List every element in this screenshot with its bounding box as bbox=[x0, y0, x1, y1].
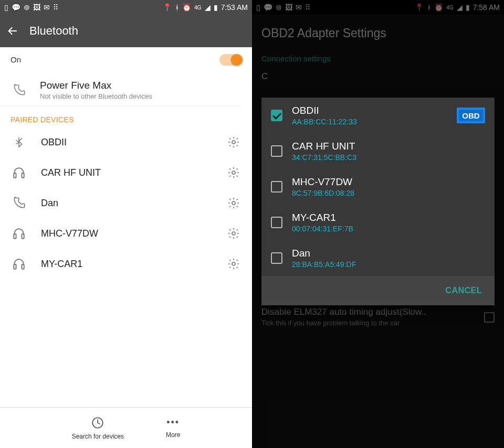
device-settings-button[interactable] bbox=[226, 256, 242, 272]
paired-device-label: Dan bbox=[41, 198, 212, 209]
more-label: More bbox=[166, 431, 180, 439]
status-icons-left: ▯ 💬 ⊚ 🖼 ✉ ⠿ bbox=[4, 3, 58, 12]
page-title: Bluetooth bbox=[29, 24, 78, 38]
search-devices-label: Search for devices bbox=[72, 433, 124, 440]
obd-icon: ⊚ bbox=[24, 3, 30, 12]
my-device-row: Power Five Max Not visible to other Blue… bbox=[0, 72, 242, 106]
device-settings-button[interactable] bbox=[226, 195, 242, 211]
more-button[interactable]: ••• More bbox=[166, 417, 180, 439]
device-option-row[interactable]: Dan28:BA:B5:A5:49:DF bbox=[261, 240, 495, 276]
device-option-mac: 00:07:04:31:EF:7B bbox=[292, 225, 485, 233]
obd2-settings-screen: ▯ 💬 ⊚ 🖼 ✉ ⠿ 📍 ᚼ ⏰ 4G ◢ ▮ 7:58 AM OBD2 Ad… bbox=[252, 0, 504, 448]
device-picker-list: OBDIIAA:BB:CC:11:22:33OBDCAR HF UNIT34:C… bbox=[261, 98, 495, 276]
paired-device-row[interactable]: OBDII bbox=[0, 127, 252, 157]
device-option-checkbox[interactable] bbox=[271, 217, 282, 228]
svg-point-10 bbox=[232, 262, 235, 265]
location-icon: 📍 bbox=[163, 3, 172, 12]
status-bar: ▯ 💬 ⊚ 🖼 ✉ ⠿ 📍 ᚼ ⏰ 4G ◢ ▮ 7:53 AM bbox=[0, 0, 252, 15]
paired-device-row[interactable]: Dan bbox=[0, 188, 252, 218]
my-device-subtitle: Not visible to other Bluetooth devices bbox=[40, 92, 152, 100]
device-settings-button[interactable] bbox=[226, 165, 242, 180]
apps-icon: ⠿ bbox=[53, 3, 58, 12]
device-option-row[interactable]: MHC-V77DW8C:57:9B:6D:08:28 bbox=[261, 169, 495, 205]
device-picker-dialog: OBDIIAA:BB:CC:11:22:33OBDCAR HF UNIT34:C… bbox=[261, 98, 495, 305]
paired-device-label: CAR HF UNIT bbox=[41, 167, 212, 178]
headphones-icon bbox=[10, 166, 27, 179]
svg-rect-6 bbox=[22, 234, 24, 239]
more-icon: ••• bbox=[166, 417, 180, 428]
search-icon bbox=[91, 416, 104, 430]
notification-icon: ▯ bbox=[4, 3, 8, 12]
status-time: 7:53 AM bbox=[221, 3, 248, 12]
search-devices-button[interactable]: Search for devices bbox=[72, 416, 124, 440]
message-icon: 💬 bbox=[12, 3, 20, 12]
svg-point-0 bbox=[232, 141, 235, 144]
bottom-bar: Search for devices ••• More bbox=[0, 407, 252, 448]
device-option-checkbox[interactable] bbox=[271, 110, 282, 121]
alarm-icon: ⏰ bbox=[182, 3, 191, 12]
svg-point-7 bbox=[232, 232, 235, 235]
device-option-checkbox[interactable] bbox=[271, 252, 282, 264]
gear-icon bbox=[227, 136, 240, 148]
mail-icon: ✉ bbox=[44, 3, 50, 12]
obd-badge: OBD bbox=[457, 108, 485, 123]
bluetooth-settings-screen: ▯ 💬 ⊚ 🖼 ✉ ⠿ 📍 ᚼ ⏰ 4G ◢ ▮ 7:53 AM Bluetoo bbox=[0, 0, 252, 448]
my-device-name: Power Five Max bbox=[40, 80, 152, 91]
svg-rect-5 bbox=[14, 234, 16, 239]
device-option-name: MHC-V77DW bbox=[292, 176, 485, 188]
image-icon: 🖼 bbox=[33, 3, 40, 12]
phone-icon bbox=[10, 196, 27, 210]
paired-device-row[interactable]: CAR HF UNIT bbox=[0, 157, 252, 188]
signal-icon: ◢ bbox=[205, 3, 211, 12]
phone-icon bbox=[10, 83, 27, 97]
device-option-checkbox[interactable] bbox=[271, 181, 282, 193]
device-option-row[interactable]: MY-CAR100:07:04:31:EF:7B bbox=[261, 205, 495, 240]
network-icon: 4G bbox=[194, 5, 201, 10]
paired-devices-list: OBDIICAR HF UNITDanMHC-V77DWMY-CAR1 bbox=[0, 127, 252, 279]
cancel-button[interactable]: CANCEL bbox=[445, 286, 482, 295]
app-bar: Bluetooth bbox=[0, 15, 252, 47]
svg-point-4 bbox=[232, 201, 235, 205]
device-option-name: OBDII bbox=[292, 105, 447, 116]
battery-icon: ▮ bbox=[214, 3, 218, 12]
device-option-row[interactable]: CAR HF UNIT34:C7:31:5C:BB:C3 bbox=[261, 133, 495, 169]
gear-icon bbox=[227, 166, 240, 179]
bluetooth-icon bbox=[10, 135, 27, 149]
device-option-name: Dan bbox=[292, 248, 485, 259]
svg-point-3 bbox=[232, 171, 235, 174]
device-option-mac: 34:C7:31:5C:BB:C3 bbox=[292, 153, 485, 162]
paired-device-label: OBDII bbox=[41, 137, 212, 148]
bluetooth-icon: ᚼ bbox=[175, 3, 179, 12]
svg-line-13 bbox=[98, 423, 100, 424]
device-option-row[interactable]: OBDIIAA:BB:CC:11:22:33OBD bbox=[261, 98, 495, 133]
paired-devices-header: PAIRED DEVICES bbox=[0, 106, 252, 127]
gear-icon bbox=[227, 197, 240, 209]
device-option-mac: AA:BB:CC:11:22:33 bbox=[292, 118, 447, 126]
gear-icon bbox=[227, 258, 240, 270]
dialog-actions: CANCEL bbox=[261, 276, 495, 305]
svg-rect-9 bbox=[22, 264, 24, 269]
device-option-name: MY-CAR1 bbox=[292, 212, 485, 223]
device-option-mac: 28:BA:B5:A5:49:DF bbox=[292, 260, 485, 269]
device-settings-button[interactable] bbox=[226, 226, 242, 241]
device-option-name: CAR HF UNIT bbox=[292, 141, 485, 152]
bluetooth-toggle-row: On bbox=[0, 47, 252, 72]
svg-rect-8 bbox=[14, 264, 16, 269]
status-icons-right: 📍 ᚼ ⏰ 4G ◢ ▮ 7:53 AM bbox=[163, 3, 248, 12]
device-settings-button[interactable] bbox=[226, 134, 242, 150]
svg-rect-2 bbox=[22, 173, 24, 178]
paired-device-row[interactable]: MHC-V77DW bbox=[0, 218, 252, 249]
headphones-icon bbox=[10, 227, 27, 240]
paired-device-label: MHC-V77DW bbox=[41, 228, 212, 239]
bluetooth-toggle[interactable] bbox=[219, 54, 242, 66]
back-icon[interactable] bbox=[6, 25, 19, 37]
device-option-checkbox[interactable] bbox=[271, 145, 282, 157]
toggle-label: On bbox=[10, 55, 21, 64]
paired-device-row[interactable]: MY-CAR1 bbox=[0, 249, 252, 279]
device-option-mac: 8C:57:9B:6D:08:28 bbox=[292, 189, 485, 197]
svg-rect-1 bbox=[14, 173, 16, 178]
gear-icon bbox=[227, 227, 240, 240]
headphones-icon bbox=[10, 257, 27, 271]
paired-device-label: MY-CAR1 bbox=[41, 259, 212, 270]
